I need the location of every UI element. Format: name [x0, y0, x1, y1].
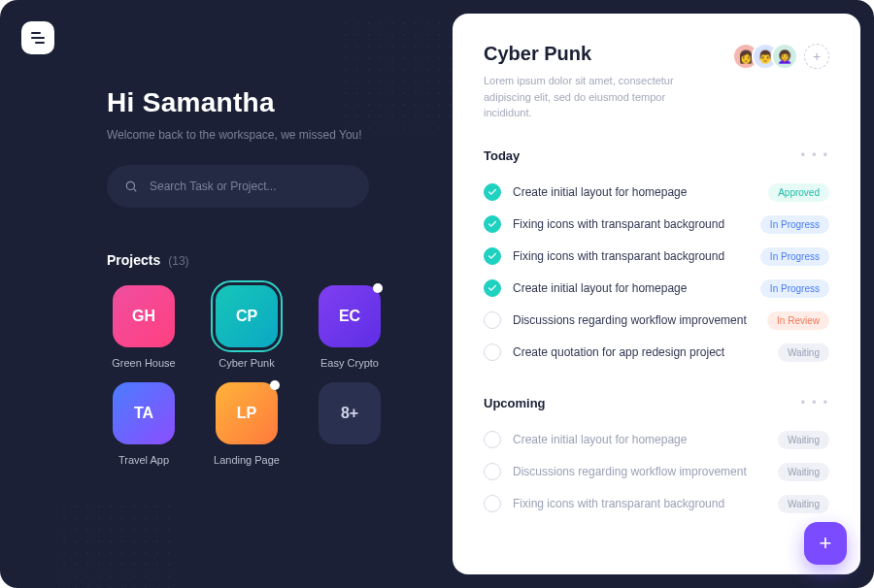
task-title: Create initial layout for homepage [513, 185, 756, 199]
task-title: Discussions regarding workflow improveme… [513, 313, 756, 327]
search-icon [124, 180, 138, 193]
status-badge: Waiting [778, 343, 829, 362]
menu-button[interactable] [21, 21, 54, 54]
task-row[interactable]: Fixing icons with transparant background… [484, 241, 829, 273]
task-checkbox[interactable] [484, 495, 501, 512]
task-title: Create initial layout for homepage [513, 281, 749, 295]
task-title: Create initial layout for homepage [513, 433, 766, 446]
project-tile[interactable]: LP Landing Page [210, 382, 284, 468]
task-checkbox[interactable] [484, 215, 501, 233]
task-checkbox[interactable] [484, 247, 501, 265]
status-badge: Approved [768, 183, 829, 202]
project-code: TA [134, 405, 153, 422]
task-checkbox[interactable] [484, 183, 501, 201]
notification-dot [373, 283, 383, 293]
today-menu-icon[interactable]: • • • [801, 148, 829, 162]
upcoming-menu-icon[interactable]: • • • [801, 396, 829, 409]
project-name: Travel App [118, 454, 169, 468]
project-name: Landing Page [214, 454, 280, 468]
task-title: Fixing icons with transparant background [513, 497, 766, 510]
project-name: Cyber Punk [218, 357, 274, 371]
project-tile[interactable]: EC Easy Crypto [313, 285, 387, 371]
search-bar[interactable] [107, 165, 369, 208]
task-checkbox[interactable] [484, 463, 501, 480]
svg-line-1 [134, 189, 137, 192]
right-panel: Cyber Punk Lorem ipsum dolor sit amet, c… [453, 14, 860, 574]
task-row[interactable]: Create initial layout for homepage Waiti… [484, 424, 829, 456]
add-button[interactable]: + [804, 522, 847, 565]
svg-point-0 [126, 181, 134, 189]
project-tile[interactable]: GH Green House [107, 285, 181, 371]
project-code: GH [132, 308, 155, 325]
task-title: Discussions regarding workflow improveme… [513, 465, 766, 478]
status-badge: Waiting [778, 463, 829, 481]
status-badge: Waiting [778, 495, 829, 513]
project-name: Green House [112, 357, 175, 371]
status-badge: In Progress [760, 215, 829, 234]
task-row[interactable]: Discussions regarding workflow improveme… [484, 305, 829, 337]
status-badge: In Progress [760, 247, 829, 266]
task-row[interactable]: Create initial layout for homepage In Pr… [484, 273, 829, 305]
task-checkbox[interactable] [484, 279, 501, 297]
project-tile[interactable]: TA Travel App [107, 382, 181, 468]
avatar[interactable]: 👩‍🦱 [771, 43, 798, 70]
greeting: Hi Samantha [107, 87, 447, 118]
project-code: CP [236, 308, 257, 325]
task-title: Fixing icons with transparant background [513, 249, 749, 263]
notification-dot [270, 380, 280, 390]
status-badge: Waiting [778, 431, 829, 449]
add-member-button[interactable]: + [804, 44, 829, 69]
status-badge: In Progress [760, 279, 829, 298]
project-more-tile[interactable]: 8+ [313, 382, 387, 468]
task-row[interactable]: Discussions regarding workflow improveme… [484, 456, 829, 488]
search-input[interactable] [150, 180, 352, 193]
more-count: 8+ [341, 405, 358, 422]
project-tile[interactable]: CP Cyber Punk [210, 285, 284, 371]
task-title: Fixing icons with transparant background [513, 217, 749, 231]
task-row[interactable]: Create quotation for app redesign projec… [484, 337, 829, 369]
upcoming-heading: Upcoming [484, 396, 546, 410]
task-checkbox[interactable] [484, 431, 501, 448]
task-row[interactable]: Fixing icons with transparant background… [484, 488, 829, 520]
left-panel: Hi Samantha Welcome back to the workspac… [0, 0, 447, 588]
task-row[interactable]: Create initial layout for homepage Appro… [484, 177, 829, 209]
today-heading: Today [484, 148, 520, 163]
projects-count: (13) [168, 254, 188, 268]
project-code: LP [237, 405, 256, 422]
projects-heading: Projects [107, 252, 160, 268]
project-description: Lorem ipsum dolor sit amet, consectetur … [484, 73, 707, 121]
project-name: Easy Crypto [320, 357, 379, 371]
project-title: Cyber Punk [484, 43, 707, 65]
task-title: Create quotation for app redesign projec… [513, 345, 766, 359]
task-row[interactable]: Fixing icons with transparant background… [484, 209, 829, 241]
sub-greeting: Welcome back to the workspace, we missed… [107, 128, 447, 142]
project-code: EC [339, 308, 360, 325]
status-badge: In Review [767, 311, 829, 330]
task-checkbox[interactable] [484, 311, 501, 329]
task-checkbox[interactable] [484, 343, 501, 361]
